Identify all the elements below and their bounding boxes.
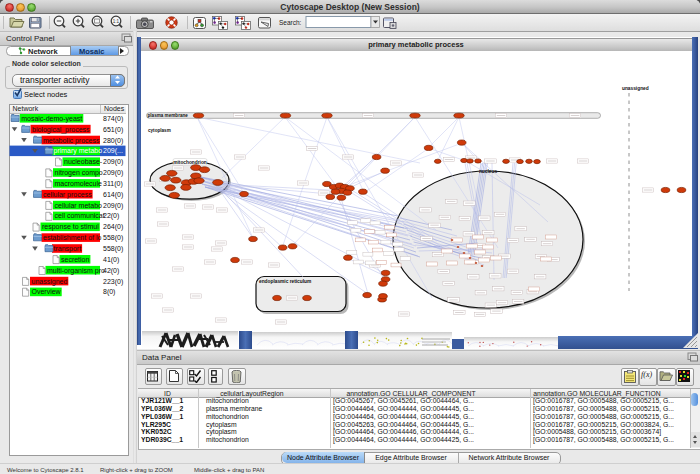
svg-text:macromolecule: macromolecule	[55, 180, 103, 187]
svg-text:nitrogen compo: nitrogen compo	[55, 169, 103, 177]
svg-text:cellular process: cellular process	[43, 191, 92, 199]
svg-text:endoplasmic reticulum: endoplasmic reticulum	[259, 279, 311, 284]
svg-text:response to stimul: response to stimul	[42, 223, 99, 231]
svg-text:280(0): 280(0)	[103, 137, 123, 145]
svg-text:cytoplasm: cytoplasm	[148, 128, 171, 133]
svg-text:mosaic-demo-yeast: mosaic-demo-yeast	[21, 115, 82, 123]
svg-text:8(0): 8(0)	[103, 288, 115, 296]
svg-text:Overview: Overview	[32, 288, 62, 295]
svg-text:transport: transport	[54, 245, 82, 253]
svg-text:plasma membrane: plasma membrane	[148, 113, 189, 118]
svg-text:22(0): 22(0)	[103, 212, 119, 220]
svg-text:unassigned: unassigned	[622, 86, 649, 91]
svg-text:209(...: 209(...	[103, 147, 123, 155]
svg-text:nucleobase-: nucleobase-	[64, 158, 103, 165]
svg-text:unassigned: unassigned	[32, 278, 68, 286]
svg-text:41(0): 41(0)	[103, 256, 119, 264]
svg-text:209(0): 209(0)	[103, 202, 123, 210]
svg-text:311(0): 311(0)	[103, 180, 123, 188]
svg-text:multi-organism pro: multi-organism pro	[47, 267, 105, 275]
svg-text:874(0): 874(0)	[103, 115, 123, 123]
svg-text:secretion: secretion	[61, 256, 90, 263]
svg-text:nucleus: nucleus	[479, 169, 497, 174]
svg-text:primary metabo: primary metabo	[54, 147, 103, 155]
svg-text:614(0): 614(0)	[103, 191, 123, 199]
svg-text:mitochondrion: mitochondrion	[173, 160, 207, 165]
svg-text:209(0): 209(0)	[103, 158, 123, 166]
svg-text:biological_process: biological_process	[32, 126, 90, 134]
svg-text:cellular metabo: cellular metabo	[55, 202, 103, 209]
svg-text:223(0): 223(0)	[103, 278, 123, 286]
svg-text:558(0): 558(0)	[103, 245, 123, 253]
svg-text:Search:: Search:	[279, 19, 302, 26]
svg-text:establishment of lo: establishment of lo	[43, 234, 101, 241]
svg-text:651(0): 651(0)	[103, 126, 123, 134]
svg-text:metabolic process: metabolic process	[43, 137, 100, 145]
svg-text:558(0): 558(0)	[103, 234, 123, 242]
svg-text:209(0): 209(0)	[103, 169, 123, 177]
svg-text:42(0): 42(0)	[103, 267, 119, 275]
svg-text:264(0): 264(0)	[103, 223, 123, 231]
svg-text:cell communicat: cell communicat	[55, 212, 105, 219]
